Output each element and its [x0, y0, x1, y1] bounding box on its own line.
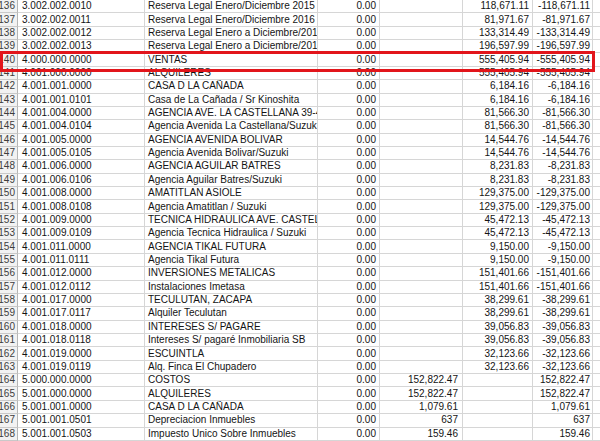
balance-cell[interactable]: -129,375.00 [533, 200, 593, 213]
zero-cell[interactable]: 0.00 [318, 134, 380, 147]
row-header-cell[interactable]: 140 [0, 53, 18, 66]
balance-cell[interactable]: -81,566.30 [533, 107, 593, 120]
filler-cell[interactable] [593, 414, 600, 427]
credit-cell[interactable]: 32,123.66 [463, 347, 533, 360]
name-cell[interactable]: ALQUILERES [145, 387, 318, 400]
row-header-cell[interactable]: 143 [0, 94, 18, 107]
code-cell[interactable]: 5.001.001.0503 [18, 428, 145, 441]
debit-cell[interactable] [380, 267, 463, 280]
zero-cell[interactable]: 0.00 [318, 240, 380, 253]
name-cell[interactable]: COSTOS [145, 374, 318, 387]
credit-cell[interactable]: 555,405.94 [463, 67, 533, 80]
name-cell[interactable]: Depreciacion Inmuebles [145, 414, 318, 427]
debit-cell[interactable] [380, 174, 463, 187]
zero-cell[interactable]: 0.00 [318, 361, 380, 374]
credit-cell[interactable]: 38,299.61 [463, 307, 533, 320]
row-header-cell[interactable]: 165 [0, 387, 18, 400]
name-cell[interactable]: Impuesto Unico Sobre Inmuebles [145, 428, 318, 441]
filler-cell[interactable] [593, 361, 600, 374]
code-cell[interactable]: 3.002.002.0011 [18, 13, 145, 26]
filler-cell[interactable] [593, 294, 600, 307]
row-header-cell[interactable]: 160 [0, 321, 18, 334]
filler-cell[interactable] [593, 428, 600, 441]
zero-cell[interactable]: 0.00 [318, 107, 380, 120]
row-header-cell[interactable]: 162 [0, 347, 18, 360]
name-cell[interactable]: Alq. Finca El Chupadero [145, 361, 318, 374]
row-header-cell[interactable]: 141 [0, 67, 18, 80]
code-cell[interactable]: 4.001.011.0000 [18, 240, 145, 253]
code-cell[interactable]: 3.002.002.0012 [18, 27, 145, 40]
debit-cell[interactable] [380, 294, 463, 307]
filler-cell[interactable] [593, 374, 600, 387]
row-header-cell[interactable]: 167 [0, 414, 18, 427]
zero-cell[interactable]: 0.00 [318, 401, 380, 414]
balance-cell[interactable]: -32,123.66 [533, 347, 593, 360]
filler-cell[interactable] [593, 401, 600, 414]
code-cell[interactable]: 4.001.001.0101 [18, 94, 145, 107]
row-header-cell[interactable]: 157 [0, 281, 18, 294]
credit-cell[interactable]: 129,375.00 [463, 200, 533, 213]
credit-cell[interactable] [463, 374, 533, 387]
balance-cell[interactable]: -151,401.66 [533, 281, 593, 294]
filler-cell[interactable] [593, 107, 600, 120]
filler-cell[interactable] [593, 200, 600, 213]
filler-cell[interactable] [593, 321, 600, 334]
balance-cell[interactable]: -6,184.16 [533, 80, 593, 93]
filler-cell[interactable] [593, 174, 600, 187]
row-header-cell[interactable]: 161 [0, 334, 18, 347]
zero-cell[interactable]: 0.00 [318, 200, 380, 213]
zero-cell[interactable]: 0.00 [318, 187, 380, 200]
balance-cell[interactable]: -196,597.99 [533, 40, 593, 53]
name-cell[interactable]: TECNICA HIDRAULICA AVE. CASTELLANA [145, 214, 318, 227]
name-cell[interactable]: TECULUTAN, ZACAPA [145, 294, 318, 307]
debit-cell[interactable] [380, 321, 463, 334]
zero-cell[interactable]: 0.00 [318, 321, 380, 334]
code-cell[interactable]: 4.001.008.0000 [18, 187, 145, 200]
zero-cell[interactable]: 0.00 [318, 0, 380, 13]
debit-cell[interactable] [380, 0, 463, 13]
debit-cell[interactable] [380, 53, 463, 66]
debit-cell[interactable] [380, 281, 463, 294]
row-header-cell[interactable]: 166 [0, 401, 18, 414]
debit-cell[interactable] [380, 134, 463, 147]
balance-cell[interactable]: -81,566.30 [533, 120, 593, 133]
zero-cell[interactable]: 0.00 [318, 267, 380, 280]
row-header-cell[interactable]: 149 [0, 174, 18, 187]
code-cell[interactable]: 4.001.005.0000 [18, 134, 145, 147]
zero-cell[interactable]: 0.00 [318, 334, 380, 347]
credit-cell[interactable]: 14,544.76 [463, 147, 533, 160]
debit-cell[interactable] [380, 347, 463, 360]
credit-cell[interactable]: 151,401.66 [463, 267, 533, 280]
code-cell[interactable]: 4.001.011.0111 [18, 254, 145, 267]
code-cell[interactable]: 5.001.001.0501 [18, 414, 145, 427]
credit-cell[interactable]: 38,299.61 [463, 294, 533, 307]
code-cell[interactable]: 4.001.017.0000 [18, 294, 145, 307]
filler-cell[interactable] [593, 214, 600, 227]
code-cell[interactable]: 4.001.006.0106 [18, 174, 145, 187]
balance-cell[interactable]: -8,231.83 [533, 160, 593, 173]
name-cell[interactable]: ESCUINTLA [145, 347, 318, 360]
code-cell[interactable]: 4.001.017.0117 [18, 307, 145, 320]
row-header-cell[interactable]: 146 [0, 134, 18, 147]
name-cell[interactable]: VENTAS [145, 53, 318, 66]
code-cell[interactable]: 4.001.004.0104 [18, 120, 145, 133]
zero-cell[interactable]: 0.00 [318, 53, 380, 66]
code-cell[interactable]: 4.001.019.0000 [18, 347, 145, 360]
code-cell[interactable]: 4.001.008.0108 [18, 200, 145, 213]
credit-cell[interactable]: 6,184.16 [463, 94, 533, 107]
filler-cell[interactable] [593, 147, 600, 160]
credit-cell[interactable]: 151,401.66 [463, 281, 533, 294]
filler-cell[interactable] [593, 40, 600, 53]
filler-cell[interactable] [593, 347, 600, 360]
zero-cell[interactable]: 0.00 [318, 147, 380, 160]
filler-cell[interactable] [593, 120, 600, 133]
name-cell[interactable]: Intereses S/ pagaré Inmobiliaria SB [145, 334, 318, 347]
code-cell[interactable]: 4.001.004.0000 [18, 107, 145, 120]
code-cell[interactable]: 4.001.006.0000 [18, 160, 145, 173]
credit-cell[interactable]: 32,123.66 [463, 361, 533, 374]
debit-cell[interactable] [380, 147, 463, 160]
filler-cell[interactable] [593, 307, 600, 320]
filler-cell[interactable] [593, 0, 600, 13]
balance-cell[interactable]: -555,405.94 [533, 67, 593, 80]
credit-cell[interactable] [463, 414, 533, 427]
